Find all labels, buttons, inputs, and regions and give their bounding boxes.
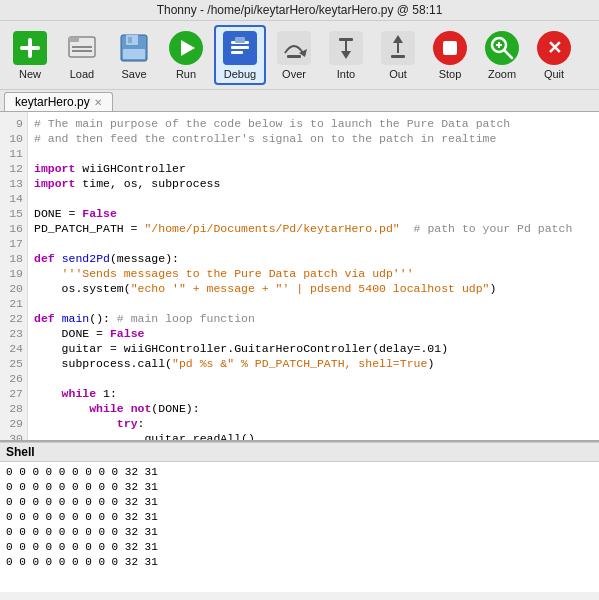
title-bar: Thonny - /home/pi/keytarHero/keytarHero.…	[0, 0, 599, 21]
line-num: 14	[4, 191, 23, 206]
tab-close-button[interactable]: ✕	[94, 97, 102, 108]
line-num: 21	[4, 296, 23, 311]
line-num: 20	[4, 281, 23, 296]
debug-icon	[223, 31, 257, 65]
svg-rect-3	[72, 50, 92, 52]
zoom-svg	[485, 31, 519, 65]
stop-icon	[433, 31, 467, 65]
svg-rect-11	[231, 51, 243, 54]
over-button[interactable]: Over	[270, 27, 318, 83]
line-num: 24	[4, 341, 23, 356]
line-num: 30	[4, 431, 23, 442]
svg-marker-20	[393, 35, 403, 43]
line-num: 16	[4, 221, 23, 236]
load-label: Load	[70, 68, 94, 80]
stop-square	[443, 41, 457, 55]
file-tab-bar: keytarHero.py ✕	[0, 90, 599, 112]
line-numbers: 9 10 11 12 13 14 15 16 17 18 19 20 21 22…	[0, 112, 28, 440]
line-num: 22	[4, 311, 23, 326]
svg-rect-15	[339, 38, 353, 41]
save-svg	[119, 33, 149, 63]
line-num: 25	[4, 356, 23, 371]
out-icon	[381, 31, 415, 65]
tab-filename: keytarHero.py	[15, 95, 90, 109]
into-icon	[329, 31, 363, 65]
run-icon	[169, 31, 203, 65]
new-icon	[13, 31, 47, 65]
line-num: 26	[4, 371, 23, 386]
svg-rect-12	[235, 37, 245, 43]
line-num: 23	[4, 326, 23, 341]
save-icon	[117, 31, 151, 65]
load-svg	[67, 33, 97, 63]
debug-button[interactable]: Debug	[214, 25, 266, 85]
line-num: 29	[4, 416, 23, 431]
line-num: 11	[4, 146, 23, 161]
line-num: 10	[4, 131, 23, 146]
svg-marker-17	[341, 51, 351, 59]
line-num: 15	[4, 206, 23, 221]
quit-icon: ✕	[537, 31, 571, 65]
line-num: 19	[4, 266, 23, 281]
shell-title: Shell	[6, 445, 35, 459]
svg-point-21	[486, 32, 518, 64]
zoom-icon	[485, 31, 519, 65]
line-num: 12	[4, 161, 23, 176]
stop-label: Stop	[439, 68, 462, 80]
svg-rect-18	[391, 55, 405, 58]
svg-rect-14	[287, 55, 301, 58]
line-num: 28	[4, 401, 23, 416]
line-num: 27	[4, 386, 23, 401]
zoom-button[interactable]: Zoom	[478, 27, 526, 83]
shell-label: Shell	[0, 442, 599, 462]
svg-rect-1	[69, 37, 79, 42]
run-button[interactable]: Run	[162, 27, 210, 83]
out-label: Out	[389, 68, 407, 80]
debug-label: Debug	[224, 68, 256, 80]
svg-rect-7	[123, 49, 145, 59]
out-svg	[383, 33, 413, 63]
file-tab[interactable]: keytarHero.py ✕	[4, 92, 113, 111]
svg-rect-2	[72, 46, 92, 48]
code-text[interactable]: # The main purpose of the code below is …	[28, 112, 599, 440]
quit-button[interactable]: ✕ Quit	[530, 27, 578, 83]
zoom-label: Zoom	[488, 68, 516, 80]
code-editor[interactable]: 9 10 11 12 13 14 15 16 17 18 19 20 21 22…	[0, 112, 599, 442]
toolbar: New Load	[0, 21, 599, 90]
debug-svg	[225, 33, 255, 63]
new-button[interactable]: New	[6, 27, 54, 83]
line-num: 9	[4, 116, 23, 131]
run-label: Run	[176, 68, 196, 80]
save-button[interactable]: Save	[110, 27, 158, 83]
save-label: Save	[121, 68, 146, 80]
stop-button[interactable]: Stop	[426, 27, 474, 83]
out-button[interactable]: Out	[374, 27, 422, 83]
line-num: 17	[4, 236, 23, 251]
svg-rect-6	[128, 37, 132, 43]
line-num: 18	[4, 251, 23, 266]
title-text: Thonny - /home/pi/keytarHero/keytarHero.…	[157, 3, 443, 17]
over-icon	[277, 31, 311, 65]
into-svg	[331, 33, 361, 63]
shell-output[interactable]: 0 0 0 0 0 0 0 0 0 32 31 0 0 0 0 0 0 0 0 …	[0, 462, 599, 592]
new-label: New	[19, 68, 41, 80]
over-label: Over	[282, 68, 306, 80]
load-icon	[65, 31, 99, 65]
play-triangle	[181, 40, 195, 56]
into-button[interactable]: Into	[322, 27, 370, 83]
into-label: Into	[337, 68, 355, 80]
over-svg	[279, 33, 309, 63]
svg-rect-10	[231, 46, 249, 49]
load-button[interactable]: Load	[58, 27, 106, 83]
quit-label: Quit	[544, 68, 564, 80]
line-num: 13	[4, 176, 23, 191]
